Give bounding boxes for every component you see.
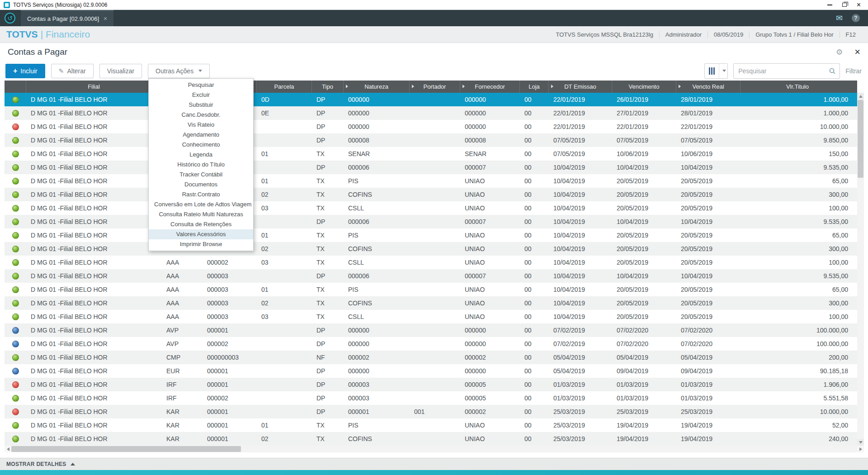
column-header[interactable]: Vencimento [612, 81, 676, 93]
status-cell [5, 215, 26, 228]
table-cell [410, 337, 460, 351]
table-row[interactable]: D MG 01 -Filial BELO HORCMP000000003NF00… [5, 351, 857, 364]
table-row[interactable]: D MG 01 -Filial BELO HORKAR000001DP00000… [5, 405, 857, 418]
menu-item[interactable]: Legenda [149, 150, 253, 160]
search-icon[interactable] [829, 67, 836, 75]
minimize-icon[interactable] [827, 5, 832, 5]
column-header[interactable]: Parcela [257, 81, 312, 93]
menu-item[interactable]: Valores Acessórios [149, 229, 253, 239]
search-input[interactable] [738, 67, 829, 75]
table-row[interactable]: D MG 01 -Filial BELO HORKAR00000101TXPIS… [5, 418, 857, 432]
sort-arrow-icon[interactable] [679, 85, 681, 88]
table-cell [410, 323, 460, 337]
table-cell: 00 [520, 174, 549, 188]
column-header[interactable]: Tipo [312, 81, 344, 93]
column-header[interactable]: Vlr.Titulo [741, 81, 854, 93]
table-row[interactable]: D MG 01 -Filial BELO HORAVP000001DP00000… [5, 323, 857, 337]
table-cell: 25/03/2019 [612, 405, 676, 418]
table-row[interactable]: D MG 01 -Filial BELO HORAAA00000301TXPIS… [5, 283, 857, 296]
menu-item[interactable]: Conversão em Lote de Adtos Viagem [149, 200, 253, 209]
table-row[interactable]: D MG 01 -Filial BELO HORDP00000600000700… [5, 215, 857, 228]
sort-arrow-icon[interactable] [551, 85, 553, 88]
table-row[interactable]: D MG 01 -Filial BELO HORDP00000800000800… [5, 133, 857, 147]
menu-item[interactable]: Agendamento [149, 130, 253, 140]
column-header[interactable] [5, 81, 26, 93]
table-row[interactable]: D MG 01 -Filial BELO HORAAA00000303TXCSL… [5, 310, 857, 323]
table-row[interactable]: D MG 01 -Filial BELO HORAAA00000202TXCOF… [5, 242, 857, 256]
table-row[interactable]: D MG 01 -Filial BELO HOR03TXCSLLUNIAO001… [5, 201, 857, 215]
table-row[interactable]: D MG 01 -Filial BELO HOR0EDP000000000000… [5, 106, 857, 120]
column-header[interactable]: Portador [410, 81, 460, 93]
menu-item[interactable]: Conhecimento [149, 140, 253, 150]
menu-item[interactable]: Excluir [149, 90, 253, 100]
scroll-left-icon[interactable] [5, 446, 11, 452]
table-row[interactable]: D MG 01 -Filial BELO HORDP00000600000700… [5, 161, 857, 174]
restore-icon[interactable] [842, 3, 847, 7]
column-header[interactable]: Loja [520, 81, 549, 93]
menu-item[interactable]: Consulta de Retenções [149, 219, 253, 229]
table-row[interactable]: D MG 01 -Filial BELO HORIRF000002DP00000… [5, 391, 857, 405]
menu-item[interactable]: Tracker Contábil [149, 170, 253, 180]
sort-arrow-icon[interactable] [412, 85, 414, 88]
menu-item[interactable]: Canc.Desdobr. [149, 110, 253, 120]
menu-item[interactable]: Pesquisar [149, 80, 253, 90]
table-cell: 07/05/2019 [549, 133, 612, 147]
visualizar-button[interactable]: Visualizar [99, 64, 142, 78]
column-header-label: Filial [88, 83, 100, 90]
menu-item[interactable]: Imprimir Browse [149, 239, 253, 249]
horizontal-scrollbar-track[interactable] [11, 446, 857, 452]
table-row[interactable]: D MG 01 -Filial BELO HOREUR000001DP00000… [5, 364, 857, 378]
smart-client-icon[interactable]: ↺ [5, 13, 15, 24]
sort-arrow-icon[interactable] [462, 85, 465, 88]
column-header[interactable]: Vencto Real [676, 81, 741, 93]
table-row[interactable]: D MG 01 -Filial BELO HOR02TXCOFINSUNIAO0… [5, 188, 857, 201]
sort-arrow-icon[interactable] [346, 85, 348, 88]
table-cell [410, 351, 460, 364]
scroll-up-icon[interactable] [857, 93, 864, 100]
window-close-icon[interactable]: × [857, 2, 861, 8]
table-cell: 00 [520, 215, 549, 228]
column-header[interactable]: DT Emissao [549, 81, 612, 93]
tab-close-icon[interactable]: × [104, 15, 107, 22]
table-row[interactable]: D MG 01 -Filial BELO HOR0DDP000000000000… [5, 93, 857, 106]
column-chooser-button[interactable] [704, 63, 728, 79]
incluir-button[interactable]: + Incluir [5, 64, 45, 78]
column-header[interactable]: Fornecedor [460, 81, 520, 93]
table-row[interactable]: D MG 01 -Filial BELO HORIRF000001DP00000… [5, 378, 857, 391]
table-cell: COFINS [344, 296, 410, 310]
column-header[interactable]: Filial [26, 81, 162, 93]
scroll-right-icon[interactable] [857, 446, 864, 452]
page-close-icon[interactable]: × [854, 48, 860, 57]
menu-item[interactable]: Consulta Rateio Multi Naturezas [149, 209, 253, 219]
table-row[interactable]: D MG 01 -Filial BELO HORAAA00000203TXCSL… [5, 256, 857, 269]
menu-item[interactable]: Vis Rateio [149, 120, 253, 130]
column-chooser-caret[interactable] [719, 64, 727, 78]
table-row[interactable]: D MG 01 -Filial BELO HORAVP000002DP00000… [5, 337, 857, 351]
mostrar-detalhes-bar[interactable]: MOSTRAR DETALHES [0, 458, 868, 470]
menu-item[interactable]: Rastr.Contrato [149, 190, 253, 200]
vertical-scrollbar[interactable] [857, 93, 864, 446]
menu-item[interactable]: Histórico do Título [149, 160, 253, 170]
table-row[interactable]: D MG 01 -Filial BELO HORAAA00000302TXCOF… [5, 296, 857, 310]
outras-acoes-button[interactable]: Outras Ações PesquisarExcluirSubstituirC… [148, 64, 210, 78]
table-row[interactable]: D MG 01 -Filial BELO HORKAR00000102TXCOF… [5, 432, 857, 446]
table-row[interactable]: D MG 01 -Filial BELO HOR01TXPISUNIAO0010… [5, 228, 857, 242]
scroll-down-icon[interactable] [857, 439, 864, 446]
alterar-button[interactable]: ✎ Alterar [51, 64, 94, 78]
table-row[interactable]: D MG 01 -Filial BELO HORDP00000000000000… [5, 120, 857, 133]
table-row[interactable]: D MG 01 -Filial BELO HORAAA000003DP00000… [5, 269, 857, 283]
mail-icon[interactable]: ✉ [836, 13, 843, 23]
gear-icon[interactable]: ⚙ [836, 48, 843, 57]
menu-item[interactable]: Substituir [149, 100, 253, 110]
tab-contas-a-pagar[interactable]: Contas a Pagar [02.9.0006] × [21, 10, 113, 26]
column-header[interactable]: Natureza [344, 81, 410, 93]
menu-item[interactable]: Documentos [149, 180, 253, 190]
horizontal-scrollbar-thumb[interactable] [11, 446, 241, 452]
vertical-scrollbar-thumb[interactable] [858, 100, 863, 178]
table-row[interactable]: D MG 01 -Filial BELO HOR01TXPISUNIAO0010… [5, 174, 857, 188]
filtrar-button[interactable]: Filtrar [845, 67, 862, 75]
table-cell: 10/06/2019 [676, 147, 741, 161]
help-icon[interactable]: ? [852, 14, 860, 22]
horizontal-scrollbar[interactable] [5, 446, 864, 452]
table-row[interactable]: D MG 01 -Filial BELO HOR01TXSENARSENAR00… [5, 147, 857, 161]
